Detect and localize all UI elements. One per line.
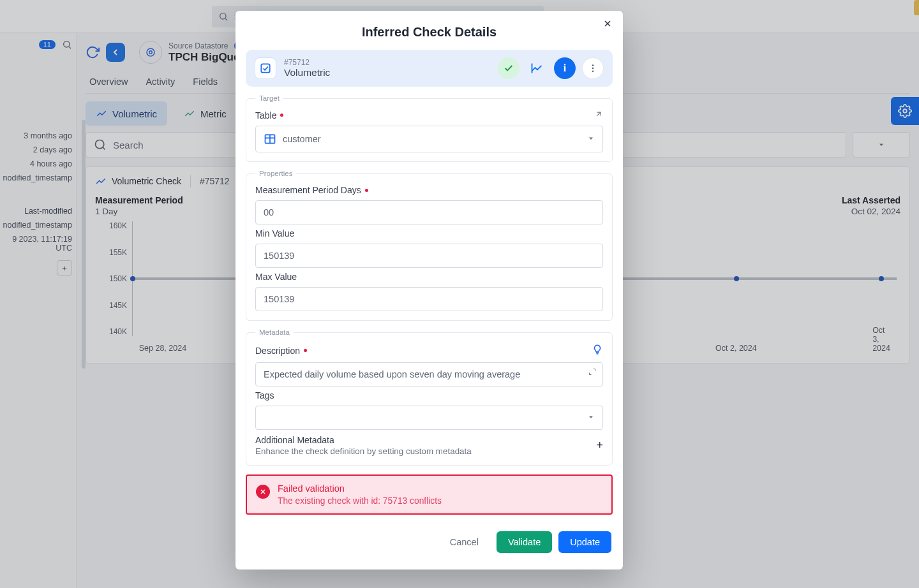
- svg-point-15: [592, 68, 594, 69]
- metadata-legend: Metadata: [255, 328, 294, 336]
- modal-title: Inferred Check Details: [235, 11, 623, 50]
- close-button[interactable]: [600, 16, 615, 31]
- target-legend: Target: [255, 94, 283, 102]
- caret-down-icon: [587, 413, 595, 423]
- check-type-icon: [255, 57, 276, 79]
- error-icon: [256, 485, 270, 499]
- max-label: Max Value: [255, 272, 297, 282]
- lightbulb-icon: [592, 344, 603, 355]
- tags-select[interactable]: [255, 406, 603, 430]
- validate-button[interactable]: Validate: [497, 531, 552, 553]
- status-pass-icon[interactable]: [498, 57, 519, 79]
- svg-rect-12: [261, 64, 269, 72]
- open-link-icon[interactable]: [594, 110, 603, 121]
- required-indicator: [280, 114, 283, 117]
- close-icon: [602, 18, 613, 29]
- error-message: The existing check with id: 75713 confli…: [278, 496, 442, 506]
- metadata-group: Metadata Description Expected daily volu…: [246, 328, 613, 466]
- more-actions-button[interactable]: [582, 57, 604, 79]
- tags-label: Tags: [255, 390, 274, 401]
- suggest-button[interactable]: [592, 344, 603, 357]
- table-field-label: Table: [255, 110, 276, 121]
- add-metadata-button[interactable]: +: [596, 439, 603, 452]
- svg-point-14: [592, 64, 594, 66]
- table-select-value: customer: [283, 134, 321, 144]
- svg-marker-21: [589, 416, 593, 419]
- max-input[interactable]: 150139: [255, 287, 603, 311]
- mpd-input[interactable]: 00: [255, 200, 603, 224]
- kebab-icon: [588, 63, 598, 73]
- description-label: Description: [255, 346, 300, 356]
- error-title: Failed validation: [278, 483, 442, 494]
- check-hero-name: Volumetric: [284, 67, 330, 79]
- check-icon: [504, 63, 514, 73]
- properties-group: Properties Measurement Period Days 00 Mi…: [246, 170, 613, 321]
- view-chart-button[interactable]: [526, 57, 548, 79]
- min-value: 150139: [264, 251, 294, 261]
- inferred-check-modal: Inferred Check Details #75712 Volumetric…: [235, 11, 623, 570]
- target-group: Target Table customer: [246, 94, 613, 162]
- max-value: 150139: [264, 294, 294, 304]
- additional-metadata-title: Additional Metadata: [255, 435, 472, 445]
- required-indicator: [304, 349, 307, 352]
- description-input[interactable]: Expected daily volume based upon seven d…: [255, 362, 603, 386]
- info-icon: i: [564, 62, 566, 74]
- properties-legend: Properties: [255, 170, 296, 177]
- update-button[interactable]: Update: [558, 531, 611, 553]
- check-hero-id: #75712: [284, 58, 330, 67]
- chart-icon: [530, 62, 543, 75]
- additional-metadata-sub: Enhance the check definition by setting …: [255, 446, 472, 456]
- cancel-button[interactable]: Cancel: [438, 531, 490, 553]
- description-value: Expected daily volume based upon seven d…: [264, 369, 520, 379]
- caret-down-icon: [587, 134, 595, 144]
- min-label: Min Value: [255, 228, 294, 239]
- table-icon: [264, 133, 276, 145]
- svg-marker-20: [589, 138, 593, 140]
- table-select[interactable]: customer: [255, 126, 603, 152]
- check-hero: #75712 Volumetric i: [246, 50, 613, 87]
- validation-error: Failed validation The existing check wit…: [246, 474, 613, 515]
- required-indicator: [365, 189, 368, 192]
- min-input[interactable]: 150139: [255, 244, 603, 268]
- svg-point-16: [592, 70, 594, 71]
- mpd-label: Measurement Period Days: [255, 185, 361, 195]
- mpd-value: 00: [264, 207, 274, 217]
- info-button[interactable]: i: [554, 57, 576, 79]
- expand-icon[interactable]: [588, 368, 596, 378]
